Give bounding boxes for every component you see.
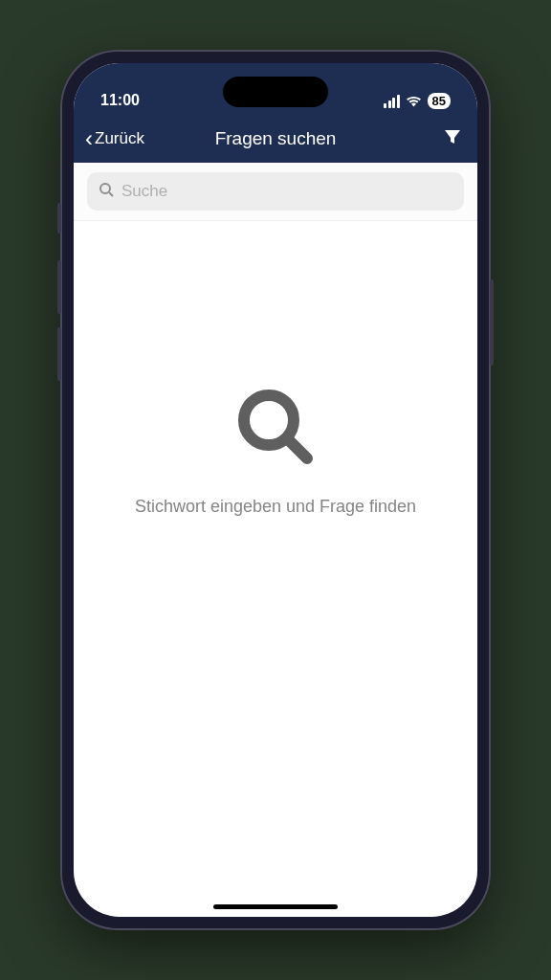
svg-point-0 — [100, 184, 110, 193]
home-indicator[interactable] — [213, 904, 338, 909]
silence-switch — [57, 203, 61, 234]
back-button[interactable]: ‹ Zurück — [85, 127, 144, 150]
funnel-icon — [443, 127, 462, 146]
battery-indicator: 85 — [428, 93, 451, 109]
svg-line-3 — [288, 439, 307, 458]
empty-state: Stichwort eingeben und Frage finden — [74, 221, 477, 517]
empty-state-message: Stichwort eingeben und Frage finden — [135, 497, 416, 517]
battery-level: 85 — [432, 94, 446, 108]
search-icon — [99, 182, 114, 201]
wifi-icon — [406, 95, 422, 107]
cellular-signal-icon — [384, 95, 400, 108]
search-container — [74, 163, 477, 221]
navigation-bar: ‹ Zurück Fragen suchen — [74, 115, 477, 163]
back-label: Zurück — [95, 129, 144, 148]
page-title: Fragen suchen — [215, 128, 337, 149]
chevron-left-icon: ‹ — [85, 127, 93, 150]
svg-line-1 — [109, 192, 113, 196]
status-time: 11:00 — [100, 92, 140, 109]
search-empty-icon — [232, 384, 319, 474]
volume-down-button — [57, 327, 61, 381]
phone-screen: 11:00 85 ‹ Zurück — [74, 63, 477, 917]
search-input[interactable] — [121, 182, 452, 201]
phone-frame: 11:00 85 ‹ Zurück — [60, 50, 491, 930]
status-icons: 85 — [384, 93, 451, 109]
search-input-wrapper[interactable] — [87, 172, 464, 211]
power-button — [490, 279, 494, 366]
dynamic-island — [223, 77, 328, 107]
filter-button[interactable] — [439, 123, 466, 154]
volume-up-button — [57, 260, 61, 314]
